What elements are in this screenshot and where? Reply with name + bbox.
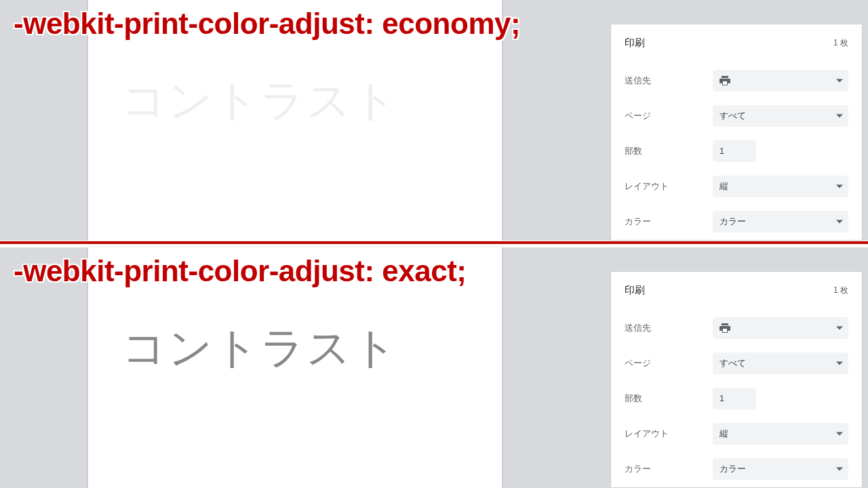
pages-select[interactable]: すべて xyxy=(713,105,848,127)
row-destination: 送信先 xyxy=(611,63,862,98)
printer-icon xyxy=(719,323,730,333)
destination-select[interactable] xyxy=(713,70,848,92)
destination-label: 送信先 xyxy=(625,75,713,87)
pages-label: ページ xyxy=(625,358,713,369)
comparison-divider xyxy=(0,241,868,244)
panel-title: 印刷 xyxy=(625,37,645,49)
copies-value: 1 xyxy=(719,146,724,156)
copies-label: 部数 xyxy=(625,146,713,157)
color-label: カラー xyxy=(625,216,713,228)
print-settings-panel: 印刷 1 枚 送信先 ページ すべて 部数 1 レイアウト xyxy=(610,271,863,488)
row-destination: 送信先 xyxy=(611,310,862,346)
row-copies: 部数 1 xyxy=(611,134,862,169)
panel-header: 印刷 1 枚 xyxy=(611,272,862,310)
panel-title: 印刷 xyxy=(625,284,645,297)
color-label: カラー xyxy=(625,464,713,475)
preview-sample-text: コントラスト xyxy=(122,319,399,378)
row-pages: ページ すべて xyxy=(611,98,862,134)
copies-label: 部数 xyxy=(625,393,713,405)
layout-select[interactable]: 縦 xyxy=(713,176,848,197)
pages-value: すべて xyxy=(719,358,746,369)
layout-label: レイアウト xyxy=(625,181,713,192)
color-select[interactable]: カラー xyxy=(713,211,848,232)
print-preview-page: コントラスト xyxy=(88,247,502,488)
color-value: カラー xyxy=(719,216,746,228)
copies-value: 1 xyxy=(719,394,724,403)
chevron-down-icon xyxy=(836,79,843,83)
chevron-down-icon xyxy=(836,115,843,118)
copies-input[interactable]: 1 xyxy=(713,140,756,162)
row-color: カラー カラー xyxy=(611,204,862,239)
row-layout: レイアウト 縦 xyxy=(611,169,862,204)
layout-label: レイアウト xyxy=(625,428,713,440)
chevron-down-icon xyxy=(836,432,843,436)
chevron-down-icon xyxy=(836,327,843,330)
printer-icon xyxy=(719,76,730,85)
panel-header: 印刷 1 枚 xyxy=(611,24,862,63)
row-color: カラー カラー xyxy=(611,451,862,487)
pages-value: すべて xyxy=(719,110,746,122)
chevron-down-icon xyxy=(836,185,843,188)
copies-input[interactable]: 1 xyxy=(713,388,756,409)
pages-label: ページ xyxy=(625,110,713,122)
print-preview-page: コントラスト xyxy=(88,0,502,241)
layout-select[interactable]: 縦 xyxy=(713,423,848,445)
layout-value: 縦 xyxy=(719,428,728,440)
economy-variant: コントラスト 印刷 1 枚 送信先 ページ すべて 部数 1 xyxy=(0,0,868,241)
row-copies: 部数 1 xyxy=(611,381,862,416)
chevron-down-icon xyxy=(836,468,843,471)
row-layout: レイアウト 縦 xyxy=(611,416,862,451)
print-settings-panel: 印刷 1 枚 送信先 ページ すべて 部数 1 レイアウト xyxy=(610,24,863,241)
preview-sample-text: コントラスト xyxy=(122,71,399,130)
row-pages: ページ すべて xyxy=(611,346,862,381)
sheet-count: 1 枚 xyxy=(833,37,848,49)
layout-value: 縦 xyxy=(719,181,728,192)
chevron-down-icon xyxy=(836,220,843,224)
exact-variant: コントラスト 印刷 1 枚 送信先 ページ すべて 部数 1 xyxy=(0,247,868,488)
color-value: カラー xyxy=(719,464,746,475)
sheet-count: 1 枚 xyxy=(833,285,848,296)
chevron-down-icon xyxy=(836,362,843,365)
color-select[interactable]: カラー xyxy=(713,458,848,480)
pages-select[interactable]: すべて xyxy=(713,352,848,374)
destination-select[interactable] xyxy=(713,317,848,339)
destination-label: 送信先 xyxy=(625,323,713,334)
